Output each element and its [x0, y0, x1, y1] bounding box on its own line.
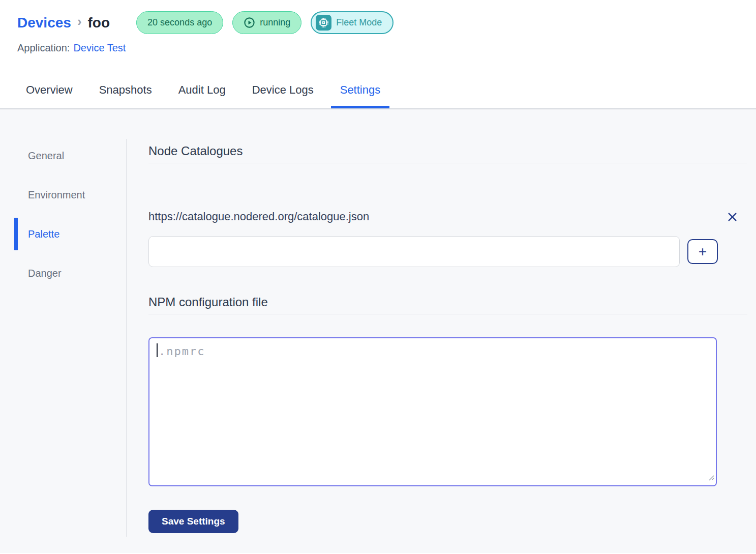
sidebar-item-environment[interactable]: Environment: [0, 183, 127, 207]
active-item-indicator: [14, 218, 18, 250]
application-row: Application:Device Test: [17, 42, 739, 54]
npm-config-wrap: [148, 337, 717, 486]
last-seen-badge-label: 20 seconds ago: [147, 17, 212, 28]
application-label: Application:: [17, 42, 70, 53]
sidebar-item-palette-label: Palette: [28, 228, 59, 240]
status-badge: running: [232, 11, 301, 34]
device-tab-bar: Overview Snapshots Audit Log Device Logs…: [0, 71, 756, 109]
application-link[interactable]: Device Test: [73, 42, 126, 53]
sidebar-item-general-label: General: [28, 150, 64, 162]
sidebar-item-danger-label: Danger: [28, 268, 62, 279]
tab-snapshots[interactable]: Snapshots: [90, 71, 161, 108]
resize-handle-icon[interactable]: [708, 474, 715, 483]
catalogue-entry-row: https://catalogue.nodered.org/catalogue.…: [148, 210, 747, 223]
settings-content: General Environment Palette Danger Node …: [0, 109, 756, 553]
tab-settings[interactable]: Settings: [331, 71, 390, 108]
tab-overview[interactable]: Overview: [17, 71, 82, 108]
save-settings-button[interactable]: Save Settings: [148, 510, 238, 533]
status-badge-label: running: [260, 17, 290, 28]
play-circle-icon: [244, 17, 255, 28]
text-caret: [157, 343, 158, 357]
add-catalogue-row: +: [148, 236, 747, 267]
settings-sidebar: General Environment Palette Danger: [0, 139, 127, 537]
breadcrumb: Devices › foo 20 seconds ago running: [17, 11, 739, 34]
add-catalogue-button[interactable]: +: [687, 239, 718, 264]
npm-config-textarea[interactable]: [148, 337, 717, 486]
fleet-mode-badge: Fleet Mode: [311, 11, 394, 34]
fleet-mode-badge-label: Fleet Mode: [336, 17, 382, 28]
new-catalogue-input[interactable]: [148, 236, 680, 267]
catalogue-url-text: https://catalogue.nodered.org/catalogue.…: [148, 210, 709, 223]
sidebar-item-danger[interactable]: Danger: [0, 261, 127, 285]
page-header: Devices › foo 20 seconds ago running: [0, 0, 756, 71]
node-catalogues-title: Node Catalogues: [148, 144, 747, 163]
sidebar-item-palette[interactable]: Palette: [0, 222, 127, 246]
tab-device-logs[interactable]: Device Logs: [243, 71, 323, 108]
page-title: Devices › foo: [17, 15, 110, 31]
breadcrumb-chevron-icon: ›: [77, 14, 82, 30]
breadcrumb-devices-link[interactable]: Devices: [17, 15, 71, 31]
palette-settings-panel: Node Catalogues https://catalogue.nodere…: [148, 109, 747, 553]
sidebar-item-general[interactable]: General: [0, 144, 127, 167]
chip-icon: [316, 15, 331, 31]
remove-catalogue-button[interactable]: [726, 211, 739, 223]
breadcrumb-current-device: foo: [88, 15, 110, 31]
tab-audit-log[interactable]: Audit Log: [169, 71, 235, 108]
close-icon: [727, 212, 738, 222]
plus-icon: +: [699, 245, 707, 259]
sidebar-item-environment-label: Environment: [28, 189, 85, 201]
last-seen-badge: 20 seconds ago: [136, 11, 223, 34]
npm-config-title: NPM configuration file: [148, 295, 747, 314]
